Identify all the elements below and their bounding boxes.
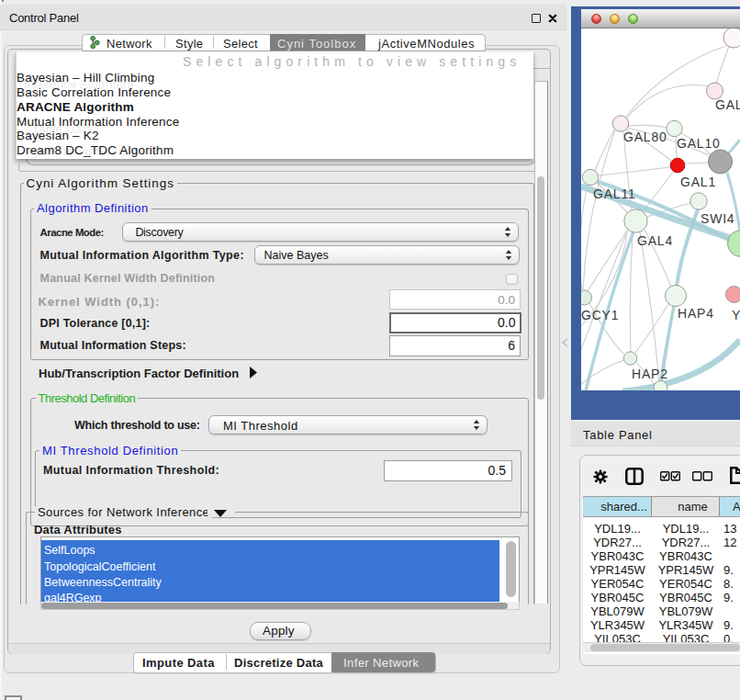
svg-text:SWI4: SWI4: [701, 211, 734, 226]
svg-text:GAL11: GAL11: [593, 186, 636, 201]
svg-text:HAP2: HAP2: [632, 367, 668, 381]
svg-text:GAL1: GAL1: [680, 175, 716, 189]
svg-text:YP: YP: [732, 308, 740, 322]
svg-text:GAL80: GAL80: [623, 130, 667, 144]
svg-text:GAL10: GAL10: [677, 136, 721, 151]
svg-text:GAL4: GAL4: [637, 233, 673, 248]
svg-text:GAL7: GAL7: [715, 97, 740, 112]
svg-text:HAP4: HAP4: [678, 306, 714, 321]
svg-text:GCY1: GCY1: [581, 308, 619, 322]
